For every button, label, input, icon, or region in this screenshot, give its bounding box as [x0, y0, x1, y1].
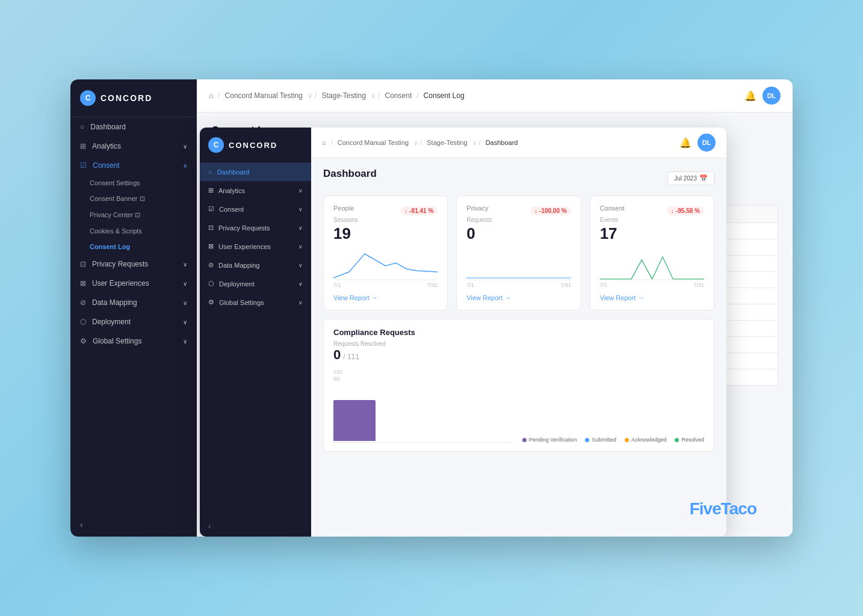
- bg-sidebar-collapse[interactable]: ‹: [70, 513, 197, 537]
- fg-logo: C CONCORD: [200, 128, 311, 163]
- compliance-bar-chart: [333, 393, 514, 441]
- breadcrumb-sep2: ∨ /: [308, 91, 317, 100]
- fg-consent-chevron: ∨: [298, 206, 303, 212]
- consent-view-report[interactable]: View Report →: [600, 294, 704, 301]
- people-label: People: [333, 205, 354, 212]
- breadcrumb-home[interactable]: ⌂: [209, 91, 213, 100]
- bg-nav-privacy-requests[interactable]: ⊡ Privacy Requests ∨: [70, 254, 197, 274]
- bg-nav-user-experiences[interactable]: ⊠ User Experiences ∨: [70, 274, 197, 293]
- submitted-dot: [585, 438, 589, 442]
- bg-nav-consent-log[interactable]: Consent Log: [70, 239, 197, 254]
- bg-nav-privacy-center[interactable]: Privacy Center ⊡: [70, 207, 197, 223]
- bg-sidebar: C CONCORD ○ Dashboard ⊞ Analytics ∨ ☑ Co…: [70, 79, 197, 537]
- fg-privacy-chevron: ∨: [298, 225, 303, 231]
- global-settings-icon: ⚙: [80, 337, 87, 345]
- fg-main: Dashboard Jul 2023 📅 People ↓ -81.41 %: [311, 158, 726, 537]
- fg-data-mapping-label: Data Mapping: [218, 262, 260, 269]
- compliance-chart-area: 120 90 Pending Verification: [333, 369, 704, 443]
- legend-pending: Pending Verification: [522, 437, 577, 443]
- fg-user-avatar[interactable]: DL: [698, 134, 716, 152]
- compliance-title: Compliance Requests: [333, 328, 704, 337]
- consent-date-end: 7/31: [693, 282, 704, 288]
- consent-badge: ↓ -95.58 %: [667, 206, 704, 215]
- fg-dashboard-icon: ○: [208, 168, 212, 176]
- privacy-requests-icon: ⊡: [80, 260, 86, 268]
- fg-nav-deployment[interactable]: ⬡ Deployment ∨: [200, 274, 311, 293]
- compliance-number: 0: [333, 347, 341, 363]
- privacy-date-end: 7/31: [560, 282, 571, 288]
- breadcrumb-consent[interactable]: Consent: [385, 91, 412, 100]
- consent-metric-card: Consent ↓ -95.58 % Events 17 7/1: [590, 196, 714, 310]
- fg-breadcrumb-manual-testing[interactable]: Concord Manual Testing: [338, 139, 409, 146]
- fg-nav-dashboard[interactable]: ○ Dashboard: [200, 163, 311, 181]
- fg-nav-analytics[interactable]: ⊞ Analytics ∨: [200, 181, 311, 200]
- chevron-down-icon3: ∨: [183, 280, 187, 287]
- privacy-chart: [466, 248, 571, 281]
- fg-date-control[interactable]: Jul 2023 📅: [667, 171, 714, 185]
- fg-breadcrumb-home[interactable]: ⌂: [322, 139, 326, 146]
- data-mapping-icon: ⊘: [80, 298, 86, 307]
- consent-metric-label: Consent: [600, 205, 625, 212]
- bg-nav-consent-settings[interactable]: Consent Settings: [70, 175, 197, 191]
- bg-nav-consent[interactable]: ☑ Consent ∧: [70, 156, 197, 175]
- fg-deployment-icon: ⬡: [208, 280, 214, 288]
- fg-nav-data-mapping[interactable]: ⊘ Data Mapping ∨: [200, 256, 311, 274]
- fivetaco-taco: Taco: [721, 499, 756, 518]
- fg-logo-icon: C: [208, 137, 224, 153]
- compliance-sub: Requests Resolved: [333, 340, 704, 347]
- fg-dashboard-label: Dashboard: [217, 168, 250, 176]
- fg-nav-privacy-requests[interactable]: ⊡ Privacy Requests ∨: [200, 218, 311, 237]
- consent-chart: [600, 248, 704, 281]
- fg-nav-user-experiences[interactable]: ⊠ User Experiences ∨: [200, 237, 311, 256]
- fg-analytics-label: Analytics: [218, 187, 245, 194]
- fg-nav-consent[interactable]: ☑ Consent ∨: [200, 200, 311, 218]
- fivetaco-five: Five: [690, 499, 721, 518]
- breadcrumb-manual-testing[interactable]: Concord Manual Testing: [225, 91, 303, 100]
- fg-sep2: ∨ /: [413, 139, 422, 147]
- privacy-view-report[interactable]: View Report →: [466, 294, 571, 301]
- fg-deployment-label: Deployment: [219, 280, 255, 288]
- fg-analytics-chevron: ∨: [298, 188, 303, 194]
- breadcrumb-stage-testing[interactable]: Stage-Testing: [321, 91, 365, 100]
- bg-nav-analytics[interactable]: ⊞ Analytics ∨: [70, 137, 197, 156]
- bg-nav-dashboard[interactable]: ○ Dashboard: [70, 117, 197, 137]
- submitted-label: Submitted: [592, 437, 616, 443]
- bg-nav-consent-banner[interactable]: Consent Banner ⊡: [70, 191, 197, 207]
- fg-sep1: /: [331, 139, 333, 146]
- fg-content: ⌂ / Concord Manual Testing ∨ / Stage-Tes…: [311, 128, 726, 537]
- resolved-label: Resolved: [681, 437, 704, 443]
- people-sessions-label: Sessions: [333, 217, 438, 223]
- people-date-start: 7/1: [333, 282, 341, 288]
- bg-nav-global-settings[interactable]: ⚙ Global Settings ∨: [70, 331, 197, 351]
- dashboard-icon: ○: [80, 123, 84, 131]
- bg-consent-settings-label: Consent Settings: [90, 179, 140, 186]
- bg-topbar: ⌂ / Concord Manual Testing ∨ / Stage-Tes…: [197, 79, 793, 112]
- fg-breadcrumb-dashboard: Dashboard: [486, 139, 518, 146]
- fg-breadcrumb-stage-testing[interactable]: Stage-Testing: [427, 139, 467, 146]
- compliance-total: / 111: [343, 353, 359, 361]
- logo-icon: C: [80, 90, 96, 106]
- fg-ux-chevron: ∨: [298, 244, 303, 250]
- bg-nav-deployment-label: Deployment: [92, 318, 131, 326]
- privacy-view-report-label: View Report →: [466, 294, 511, 301]
- topbar-actions: 🔔 DL: [744, 87, 781, 105]
- user-avatar[interactable]: DL: [762, 87, 781, 105]
- fg-sidebar-collapse[interactable]: ‹: [200, 516, 311, 537]
- bg-nav-data-mapping[interactable]: ⊘ Data Mapping ∨: [70, 293, 197, 312]
- chevron-up-icon: ∧: [183, 162, 187, 169]
- bg-nav-deployment[interactable]: ⬡ Deployment ∨: [70, 312, 197, 331]
- fg-date-value: Jul 2023: [674, 175, 697, 182]
- bg-cookies-scripts-label: Cookies & Scripts: [90, 227, 142, 235]
- people-chart-dates: 7/1 7/31: [333, 282, 438, 288]
- people-view-report[interactable]: View Report →: [333, 294, 438, 301]
- bg-consent-log-label: Consent Log: [90, 243, 130, 250]
- breadcrumb: ⌂ / Concord Manual Testing ∨ / Stage-Tes…: [209, 91, 465, 100]
- fg-notification-bell-icon[interactable]: 🔔: [679, 137, 691, 149]
- legend-resolved: Resolved: [675, 437, 704, 443]
- privacy-date-start: 7/1: [466, 282, 474, 288]
- notification-bell-icon[interactable]: 🔔: [744, 90, 756, 102]
- bg-nav-cookies-scripts[interactable]: Cookies & Scripts: [70, 223, 197, 239]
- privacy-label: Privacy: [466, 205, 488, 212]
- fg-nav-global-settings[interactable]: ⚙ Global Settings ∨: [200, 293, 311, 312]
- acknowledged-label: Acknowledged: [631, 437, 667, 443]
